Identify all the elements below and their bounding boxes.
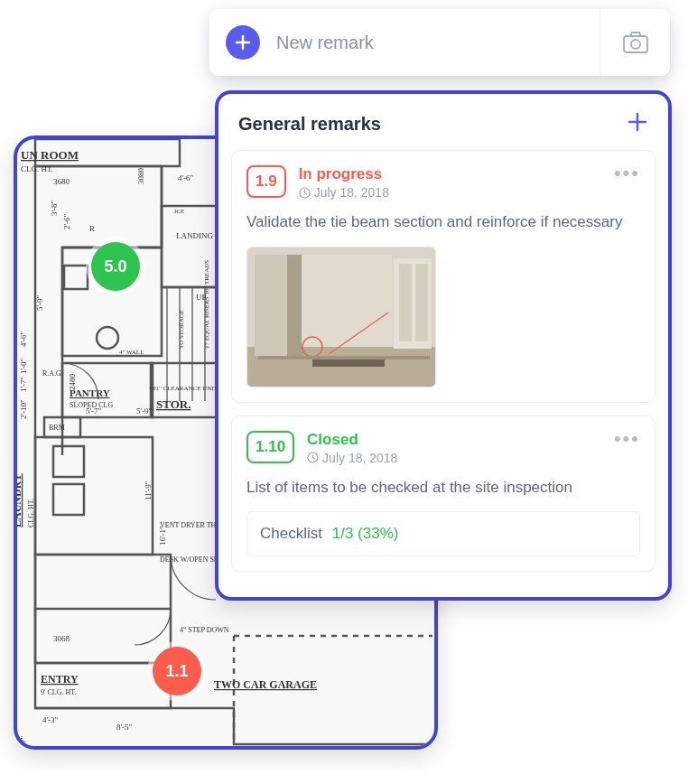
svg-text:5'-9": 5'-9" bbox=[35, 294, 44, 311]
svg-rect-66 bbox=[255, 255, 287, 356]
svg-text:2480: 2480 bbox=[68, 374, 77, 391]
svg-rect-14 bbox=[53, 484, 84, 515]
svg-text:CLG. HT.: CLG. HT. bbox=[21, 164, 53, 173]
new-remark-bar[interactable]: New remark bbox=[209, 9, 670, 76]
svg-text:R: R bbox=[89, 224, 95, 233]
camera-icon bbox=[622, 31, 649, 54]
svg-text:5'-7": 5'-7" bbox=[86, 406, 102, 415]
remark-card[interactable]: ••• 1.9 In progress July 18, 2018 Valida… bbox=[231, 150, 655, 403]
remark-card[interactable]: ••• 1.10 Closed July 18, 2018 List of it… bbox=[231, 415, 655, 573]
svg-rect-13 bbox=[53, 446, 84, 477]
svg-text:5'-9": 5'-9" bbox=[136, 406, 153, 415]
svg-text:4" STEP DOWN: 4" STEP DOWN bbox=[180, 626, 229, 634]
new-remark-placeholder: New remark bbox=[276, 33, 600, 53]
checklist-box[interactable]: Checklist 1/3 (33%) bbox=[246, 511, 640, 556]
marker-label: 1.1 bbox=[165, 662, 188, 681]
remarks-header: General remarks bbox=[218, 94, 668, 150]
svg-text:2'-10": 2'-10" bbox=[19, 399, 28, 419]
remark-badge: 1.10 bbox=[246, 431, 294, 463]
svg-rect-71 bbox=[302, 255, 392, 347]
svg-text:LAUNDRY: LAUNDRY bbox=[14, 473, 23, 527]
svg-text:4" WALL: 4" WALL bbox=[119, 349, 144, 356]
svg-rect-74 bbox=[312, 359, 385, 367]
svg-text:STOR.: STOR. bbox=[156, 397, 191, 411]
svg-text:8'-7": 8'-7" bbox=[19, 735, 28, 750]
camera-button[interactable] bbox=[600, 9, 670, 76]
remark-body: List of items to be checked at the site … bbox=[246, 476, 640, 499]
remark-photo[interactable] bbox=[246, 247, 436, 387]
svg-text:UN ROOM: UN ROOM bbox=[21, 148, 79, 162]
svg-text:4'-3": 4'-3" bbox=[42, 715, 59, 724]
remark-date-text: July 18, 2018 bbox=[322, 451, 397, 465]
svg-text:TWO CAR GARAGE: TWO CAR GARAGE bbox=[214, 678, 317, 691]
remarks-title: General remarks bbox=[238, 114, 381, 135]
svg-rect-70 bbox=[415, 264, 428, 341]
svg-text:1'-0": 1'-0" bbox=[19, 358, 28, 374]
svg-text:TO STORAGE: TO STORAGE bbox=[178, 310, 185, 349]
svg-text:1'-7": 1'-7" bbox=[19, 376, 28, 392]
checklist-label: Checklist bbox=[260, 525, 322, 542]
svg-point-1 bbox=[97, 327, 118, 349]
svg-rect-61 bbox=[624, 36, 647, 52]
svg-text:16'-1": 16'-1" bbox=[158, 526, 167, 546]
marker-label: 5.0 bbox=[104, 257, 126, 276]
svg-text:17 EQUAL RISERS 10" TREADS: 17 EQUAL RISERS 10" TREADS bbox=[203, 260, 210, 349]
svg-text:VENT DRYER TH: VENT DRYER TH bbox=[160, 521, 217, 529]
svg-text:R.A.G.: R.A.G. bbox=[42, 369, 63, 378]
svg-rect-2 bbox=[64, 266, 88, 289]
remark-body: Validate the tie beam section and reinfo… bbox=[246, 210, 640, 234]
svg-rect-69 bbox=[399, 264, 412, 341]
more-options-button[interactable]: ••• bbox=[614, 427, 640, 451]
svg-text:2'-6": 2'-6" bbox=[62, 213, 71, 229]
svg-rect-67 bbox=[287, 255, 303, 356]
plus-icon[interactable] bbox=[226, 25, 260, 60]
svg-text:CLG. HT.: CLG. HT. bbox=[27, 499, 35, 527]
remark-date: July 18, 2018 bbox=[299, 185, 640, 200]
svg-text:BRM: BRM bbox=[49, 424, 65, 432]
svg-text:11'-9": 11'-9" bbox=[144, 481, 153, 500]
svg-text:3068: 3068 bbox=[53, 634, 70, 643]
checklist-progress: 1/3 (33%) bbox=[332, 525, 399, 542]
add-remark-button[interactable] bbox=[627, 110, 648, 137]
clock-icon bbox=[307, 452, 319, 463]
svg-text:4'-6": 4'-6" bbox=[178, 173, 194, 182]
floorplan-marker-red[interactable]: 1.1 bbox=[153, 647, 201, 695]
svg-point-62 bbox=[631, 40, 640, 49]
svg-text:9' CLG. HT.: 9' CLG. HT. bbox=[41, 688, 77, 696]
svg-rect-75 bbox=[258, 356, 430, 359]
svg-text:4'-6": 4'-6" bbox=[19, 331, 28, 347]
plus-icon bbox=[627, 111, 648, 133]
remark-date-text: July 18, 2018 bbox=[314, 185, 389, 200]
svg-text:3680: 3680 bbox=[53, 177, 70, 186]
remark-status: Closed bbox=[307, 431, 640, 449]
svg-text:ENTRY: ENTRY bbox=[41, 673, 79, 686]
clock-icon bbox=[299, 187, 311, 199]
floorplan-marker-green[interactable]: 5.0 bbox=[91, 242, 140, 291]
svg-text:8'-5": 8'-5" bbox=[116, 723, 133, 732]
svg-text:3080: 3080 bbox=[136, 168, 145, 185]
remark-status: In progress bbox=[299, 165, 640, 183]
svg-text:LANDING: LANDING bbox=[176, 231, 213, 240]
svg-text:ICE: ICE bbox=[174, 208, 184, 215]
svg-text:3'-8": 3'-8" bbox=[50, 200, 59, 216]
remark-date: July 18, 2018 bbox=[307, 451, 640, 465]
remark-badge: 1.9 bbox=[246, 165, 286, 198]
remarks-panel: General remarks ••• 1.9 In progress July… bbox=[215, 90, 672, 601]
more-options-button[interactable]: ••• bbox=[614, 162, 640, 185]
